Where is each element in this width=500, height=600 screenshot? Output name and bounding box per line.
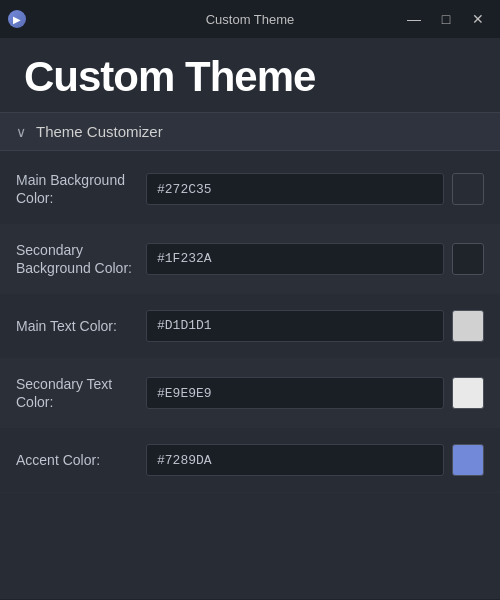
input-group-secondary-text (146, 377, 484, 409)
color-input-main-text[interactable] (146, 310, 444, 342)
color-swatch-main-bg[interactable] (452, 173, 484, 205)
label-main-bg: Main Background Color: (16, 171, 146, 207)
input-group-main-bg (146, 173, 484, 205)
form-row-accent: Accent Color: (0, 428, 500, 493)
input-group-accent (146, 444, 484, 476)
form-row-main-bg: Main Background Color: (0, 155, 500, 224)
main-content: ∨ Theme Customizer Main Background Color… (0, 113, 500, 599)
section-title: Theme Customizer (36, 123, 163, 140)
form-section: Main Background Color: Secondary Backgro… (0, 151, 500, 497)
color-swatch-secondary-text[interactable] (452, 377, 484, 409)
section-header[interactable]: ∨ Theme Customizer (0, 113, 500, 151)
title-bar-controls: — □ ✕ (400, 7, 492, 31)
label-main-text: Main Text Color: (16, 317, 146, 335)
form-row-main-text: Main Text Color: (0, 294, 500, 359)
minimize-button[interactable]: — (400, 7, 428, 31)
color-swatch-main-text[interactable] (452, 310, 484, 342)
label-secondary-bg: Secondary Background Color: (16, 241, 146, 277)
title-bar-title: Custom Theme (206, 12, 295, 27)
input-group-main-text (146, 310, 484, 342)
color-input-accent[interactable] (146, 444, 444, 476)
chevron-down-icon: ∨ (16, 124, 26, 140)
color-input-secondary-text[interactable] (146, 377, 444, 409)
page-header: Custom Theme (0, 38, 500, 113)
input-group-secondary-bg (146, 243, 484, 275)
form-row-secondary-text: Secondary Text Color: (0, 359, 500, 428)
color-swatch-secondary-bg[interactable] (452, 243, 484, 275)
close-button[interactable]: ✕ (464, 7, 492, 31)
label-secondary-text: Secondary Text Color: (16, 375, 146, 411)
color-input-main-bg[interactable] (146, 173, 444, 205)
color-input-secondary-bg[interactable] (146, 243, 444, 275)
app-icon: ▶ (8, 10, 26, 28)
form-row-secondary-bg: Secondary Background Color: (0, 225, 500, 294)
title-bar-left: ▶ (8, 10, 26, 28)
maximize-button[interactable]: □ (432, 7, 460, 31)
label-accent: Accent Color: (16, 451, 146, 469)
page-title: Custom Theme (24, 54, 476, 100)
color-swatch-accent[interactable] (452, 444, 484, 476)
title-bar: ▶ Custom Theme — □ ✕ (0, 0, 500, 38)
